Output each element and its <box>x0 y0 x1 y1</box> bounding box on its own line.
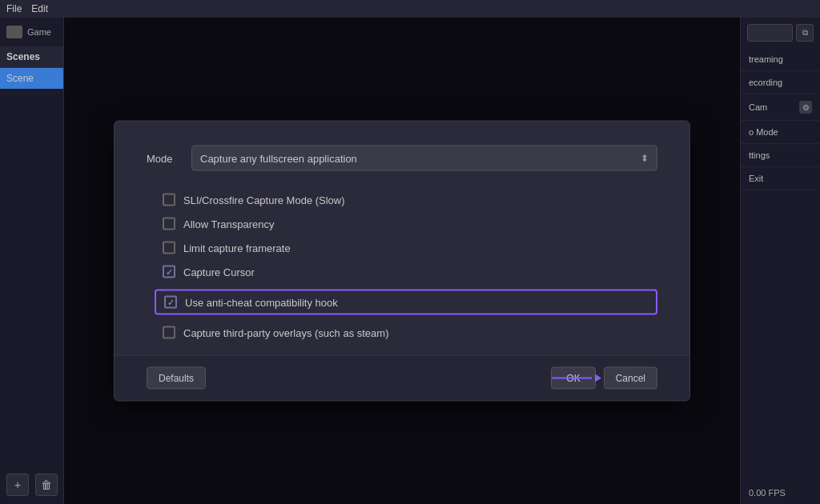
checkbox-limit[interactable] <box>163 242 175 254</box>
checkbox-overlays[interactable] <box>163 326 175 339</box>
checkbox-row-transparency: Allow Transparency <box>163 218 657 230</box>
add-scene-button[interactable]: + <box>6 474 29 496</box>
arrow-line <box>552 378 592 379</box>
mode-value: Capture any fullscreen application <box>200 152 357 164</box>
mode-dropdown[interactable]: Capture any fullscreen application ⬍ <box>191 146 657 171</box>
checkbox-sli[interactable] <box>163 194 175 206</box>
checkbox-label-sli: SLI/Crossfire Capture Mode (Slow) <box>183 194 345 206</box>
right-sidebar: ⧉ treaming ecording Cam ⚙ o Mode ttings … <box>740 18 820 504</box>
checkbox-label-overlays: Capture third-party overlays (such as st… <box>183 326 388 338</box>
cam-menu-item[interactable]: Cam ⚙ <box>741 94 820 121</box>
top-menubar: File Edit <box>0 0 820 18</box>
mode-menu-item[interactable]: o Mode <box>741 121 820 144</box>
dialog-footer: Defaults OK Cancel <box>115 355 689 401</box>
checkbox-label-cursor: Capture Cursor <box>183 266 255 278</box>
options-checkbox-list: SLI/Crossfire Capture Mode (Slow)Allow T… <box>147 194 657 339</box>
checkbox-label-transparency: Allow Transparency <box>183 218 274 230</box>
game-icon <box>6 26 22 38</box>
defaults-button[interactable]: Defaults <box>147 367 206 390</box>
scenes-heading: Scenes <box>0 46 63 68</box>
checkbox-row-overlays: Capture third-party overlays (such as st… <box>163 326 657 339</box>
settings-menu-item[interactable]: ttings <box>741 144 820 167</box>
fps-display: 0.00 FPS <box>741 482 820 504</box>
mode-row: Mode Capture any fullscreen application … <box>147 146 657 171</box>
game-capture-dialog: Mode Capture any fullscreen application … <box>114 121 690 402</box>
mode-label: Mode <box>147 152 179 164</box>
scene-item[interactable]: Scene <box>0 68 63 89</box>
cancel-button[interactable]: Cancel <box>604 367 657 390</box>
checkbox-label-anticheat: Use anti-cheat compatibility hook <box>185 296 338 308</box>
dialog-overlay: Mode Capture any fullscreen application … <box>64 18 740 504</box>
game-source-item[interactable]: Game <box>0 18 63 46</box>
dropdown-arrow-icon: ⬍ <box>641 153 649 164</box>
output-select-row: ⧉ <box>741 18 820 48</box>
delete-scene-button[interactable]: 🗑 <box>35 474 58 496</box>
game-label: Game <box>27 27 51 37</box>
checkmark-icon-anticheat: ✓ <box>167 298 175 306</box>
exit-menu-item[interactable]: Exit <box>741 167 820 190</box>
checkbox-row-cursor: ✓Capture Cursor <box>163 266 657 278</box>
sidebar-bottom-controls: + 🗑 <box>6 474 58 496</box>
ok-arrow-indicator <box>552 374 601 382</box>
main-content-area: Mode Capture any fullscreen application … <box>64 18 740 504</box>
checkbox-row-anticheat: ✓Use anti-cheat compatibility hook <box>155 290 657 315</box>
gear-icon[interactable]: ⚙ <box>799 101 812 114</box>
checkbox-label-limit: Limit capture framerate <box>183 242 291 254</box>
file-menu[interactable]: File <box>6 3 22 14</box>
output-dropdown[interactable] <box>747 24 793 42</box>
dialog-body: Mode Capture any fullscreen application … <box>115 122 689 355</box>
edit-menu[interactable]: Edit <box>31 3 48 14</box>
recording-menu-item[interactable]: ecording <box>741 71 820 94</box>
arrow-head-icon <box>595 374 601 382</box>
checkmark-icon-cursor: ✓ <box>166 267 173 276</box>
checkbox-anticheat[interactable]: ✓ <box>164 296 177 309</box>
left-sidebar: Game Scenes Scene + 🗑 <box>0 18 64 504</box>
checkbox-transparency[interactable] <box>163 218 175 230</box>
cam-label: Cam <box>749 102 767 112</box>
copy-output-button[interactable]: ⧉ <box>796 24 814 42</box>
checkbox-row-sli: SLI/Crossfire Capture Mode (Slow) <box>163 194 657 206</box>
checkbox-row-limit: Limit capture framerate <box>163 242 657 254</box>
streaming-menu-item[interactable]: treaming <box>741 48 820 71</box>
checkbox-cursor[interactable]: ✓ <box>163 266 175 278</box>
